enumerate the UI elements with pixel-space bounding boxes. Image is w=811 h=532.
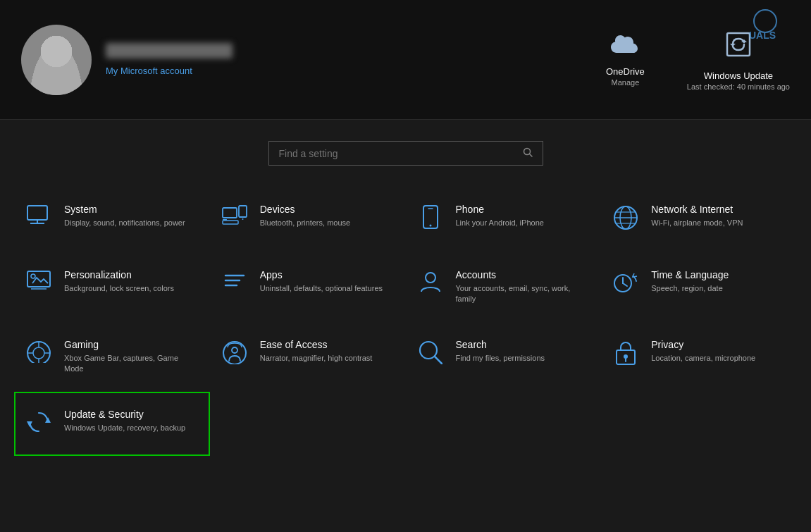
settings-text-system: SystemDisplay, sound, notifications, pow… [64, 204, 185, 228]
svg-point-35 [33, 347, 44, 359]
onedrive-item[interactable]: OneDrive Manage [606, 32, 645, 87]
settings-subtitle-personalization: Background, lock screen, colors [64, 283, 174, 294]
svg-rect-12 [239, 206, 247, 217]
svg-rect-10 [223, 208, 237, 218]
search-icon [418, 340, 443, 369]
settings-text-apps: AppsUninstall, defaults, optional featur… [260, 269, 383, 294]
settings-item-privacy[interactable]: PrivacyLocation, camera, microphone [601, 322, 797, 392]
settings-title-network: Network & Internet [651, 204, 743, 215]
settings-subtitle-system: Display, sound, notifications, power [64, 218, 185, 228]
settings-subtitle-time: Speech, region, date [651, 283, 729, 294]
svg-rect-7 [27, 206, 47, 220]
settings-title-search: Search [456, 339, 545, 350]
search-input[interactable] [279, 148, 523, 159]
search-section [0, 120, 811, 180]
settings-text-privacy: PrivacyLocation, camera, microphone [651, 339, 755, 364]
settings-title-gaming: Gaming [64, 339, 198, 350]
svg-rect-0 [727, 33, 750, 56]
ease-icon [222, 340, 247, 369]
svg-rect-15 [223, 221, 238, 224]
windows-update-title: Windows Update [704, 70, 773, 81]
settings-text-gaming: GamingXbox Game Bar, captures, Game Mode [64, 339, 198, 375]
svg-text:UALS: UALS [749, 30, 776, 41]
onedrive-icon [608, 32, 642, 62]
svg-point-30 [426, 273, 435, 283]
avatar [21, 25, 92, 95]
settings-item-system[interactable]: SystemDisplay, sound, notifications, pow… [14, 187, 210, 252]
ms-account-link[interactable]: My Microsoft account [106, 66, 192, 76]
system-icon [26, 205, 51, 230]
privacy-icon [613, 340, 638, 371]
svg-point-13 [242, 218, 243, 220]
svg-marker-2 [730, 44, 736, 47]
time-icon [613, 271, 638, 299]
settings-item-time[interactable]: Time & LanguageSpeech, region, date [601, 252, 797, 322]
settings-item-ease[interactable]: Ease of AccessNarrator, magnifier, high … [210, 322, 406, 392]
settings-subtitle-network: Wi-Fi, airplane mode, VPN [651, 218, 743, 228]
windows-update-sub: Last checked: 40 minutes ago [687, 82, 790, 91]
settings-subtitle-accounts: Your accounts, email, sync, work, family [456, 283, 590, 305]
gaming-icon [26, 340, 51, 368]
settings-subtitle-update: Windows Update, recovery, backup [64, 423, 185, 433]
settings-item-gaming[interactable]: GamingXbox Game Bar, captures, Game Mode [14, 322, 210, 392]
settings-text-phone: PhoneLink your Android, iPhone [456, 204, 544, 228]
account-info: My Microsoft account [106, 43, 606, 77]
svg-point-41 [232, 347, 237, 353]
search-bar [268, 141, 543, 166]
settings-item-personalization[interactable]: PersonalizationBackground, lock screen, … [14, 252, 210, 322]
onedrive-title: OneDrive [606, 66, 645, 77]
settings-subtitle-search: Find my files, permissions [456, 353, 545, 364]
settings-item-devices[interactable]: DevicesBluetooth, printers, mouse [210, 187, 406, 252]
svg-line-6 [529, 154, 532, 157]
settings-subtitle-ease: Narrator, magnifier, high contrast [260, 353, 373, 364]
settings-subtitle-privacy: Location, camera, microphone [651, 353, 755, 364]
settings-item-update[interactable]: Update & SecurityWindows Update, recover… [14, 392, 210, 456]
settings-text-search: SearchFind my files, permissions [456, 339, 545, 364]
apps-icon [222, 271, 247, 295]
devices-icon [222, 205, 247, 230]
update-icon [26, 410, 51, 439]
settings-title-ease: Ease of Access [260, 339, 373, 350]
onedrive-sub: Manage [612, 78, 640, 87]
settings-text-ease: Ease of AccessNarrator, magnifier, high … [260, 339, 373, 364]
settings-text-accounts: AccountsYour accounts, email, sync, work… [456, 269, 590, 305]
svg-line-43 [435, 357, 442, 364]
settings-title-time: Time & Language [651, 269, 729, 280]
settings-grid: SystemDisplay, sound, notifications, pow… [0, 180, 811, 456]
settings-text-update: Update & SecurityWindows Update, recover… [64, 409, 185, 433]
phone-icon [418, 205, 443, 234]
settings-text-network: Network & InternetWi-Fi, airplane mode, … [651, 204, 743, 228]
settings-item-network[interactable]: Network & InternetWi-Fi, airplane mode, … [601, 187, 797, 252]
settings-title-system: System [64, 204, 185, 215]
settings-title-accounts: Accounts [456, 269, 590, 280]
settings-item-phone[interactable]: PhoneLink your Android, iPhone [406, 187, 602, 252]
svg-point-25 [31, 274, 35, 278]
settings-title-apps: Apps [260, 269, 383, 280]
settings-item-apps[interactable]: AppsUninstall, defaults, optional featur… [210, 252, 406, 322]
accounts-icon [418, 271, 443, 298]
settings-subtitle-apps: Uninstall, defaults, optional features [260, 283, 383, 294]
account-name-blurred [106, 43, 233, 58]
svg-line-33 [623, 283, 627, 286]
settings-title-devices: Devices [260, 204, 350, 215]
settings-title-privacy: Privacy [651, 339, 755, 350]
settings-text-personalization: PersonalizationBackground, lock screen, … [64, 269, 174, 294]
settings-item-search[interactable]: SearchFind my files, permissions [406, 322, 602, 392]
watermark: UALS [748, 7, 804, 45]
svg-point-17 [429, 225, 431, 227]
settings-text-time: Time & LanguageSpeech, region, date [651, 269, 729, 294]
network-icon [613, 205, 638, 235]
personalization-icon [26, 271, 51, 295]
settings-title-personalization: Personalization [64, 269, 174, 280]
svg-rect-14 [239, 216, 247, 218]
settings-subtitle-devices: Bluetooth, printers, mouse [260, 218, 350, 228]
settings-title-update: Update & Security [64, 409, 185, 420]
search-icon-button[interactable] [523, 147, 533, 159]
header: My Microsoft account OneDrive Manage [0, 0, 811, 120]
settings-subtitle-gaming: Xbox Game Bar, captures, Game Mode [64, 353, 198, 375]
settings-title-phone: Phone [456, 204, 544, 215]
settings-item-accounts[interactable]: AccountsYour accounts, email, sync, work… [406, 252, 602, 322]
avatar-image [21, 25, 92, 95]
settings-text-devices: DevicesBluetooth, printers, mouse [260, 204, 350, 228]
settings-subtitle-phone: Link your Android, iPhone [456, 218, 544, 228]
